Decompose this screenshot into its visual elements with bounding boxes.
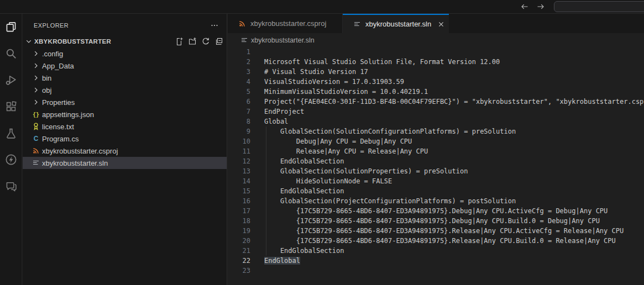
search-icon[interactable] — [0, 40, 22, 67]
nav-back-icon[interactable] — [520, 2, 530, 12]
tree-item-xbykrobuststarter.sln[interactable]: xbykrobuststarter.sln — [23, 157, 227, 169]
code-line-1: 1 — [228, 47, 644, 57]
code-line-15: 15 EndGlobalSection — [228, 186, 644, 196]
run-and-debug-icon[interactable] — [0, 67, 22, 93]
code-line-22: 22EndGlobal — [228, 256, 644, 266]
nav-forward-icon[interactable] — [536, 2, 546, 12]
power-icon[interactable] — [0, 146, 22, 173]
explorer-icon[interactable] — [0, 14, 22, 40]
tree-item-Program.cs[interactable]: CProgram.cs — [23, 133, 227, 145]
line-number: 23 — [228, 266, 250, 276]
code-line-17: 17 {17C5B729-8665-4BD6-8407-ED3A94891975… — [228, 206, 644, 216]
code-line-5: 5MinimumVisualStudioVersion = 10.0.40219… — [228, 87, 644, 97]
editor-group: xbykrobuststarter.csprojxbykrobuststarte… — [228, 14, 644, 285]
sidebar-header: EXPLORER — [23, 14, 227, 35]
sln-file-icon — [353, 20, 362, 29]
tree-item-appsettings.json[interactable]: {}appsettings.json — [23, 108, 227, 120]
code-line-21: 21 EndGlobalSection — [228, 246, 644, 256]
code-line-9: 9 GlobalSection(SolutionConfigurationPla… — [228, 126, 644, 136]
line-number: 18 — [228, 216, 250, 226]
code-line-14: 14 HideSolutionNode = FALSE — [228, 176, 644, 186]
vscode-window: EXPLORER XBYKROBUSTSTARTER.configApp_Dat… — [0, 0, 644, 285]
testing-icon[interactable] — [0, 120, 22, 146]
chevron-right-icon — [32, 61, 40, 70]
explorer-actions — [175, 37, 223, 46]
tab-xbykrobuststarter.csproj[interactable]: xbykrobuststarter.csproj — [228, 14, 343, 33]
more-actions-icon[interactable] — [210, 21, 219, 30]
code-line-7: 7EndProject — [228, 107, 644, 117]
line-number: 1 — [228, 47, 250, 57]
code-line-20: 20 {17C5B729-8665-4BD6-8407-ED3A94891975… — [228, 236, 644, 246]
close-tab-icon[interactable] — [437, 20, 446, 29]
line-number: 8 — [228, 117, 250, 126]
line-number: 2 — [228, 57, 250, 67]
tree-item-Properties[interactable]: Properties — [23, 96, 227, 108]
new-file-icon[interactable] — [175, 37, 184, 46]
line-number: 21 — [228, 246, 250, 256]
extensions-icon[interactable] — [0, 93, 22, 120]
code-line-19: 19 {17C5B729-8665-4BD6-8407-ED3A94891975… — [228, 226, 644, 236]
line-number: 4 — [228, 77, 250, 87]
line-number: 20 — [228, 236, 250, 246]
code-line-18: 18 {17C5B729-8665-4BD6-8407-ED3A94891975… — [228, 216, 644, 226]
tree-item-license.txt[interactable]: license.txt — [23, 120, 227, 133]
line-number: 22 — [228, 256, 250, 266]
code-line-6: 6Project("{FAE04EC0-301F-11D3-BF4B-00C04… — [228, 97, 644, 107]
line-number: 7 — [228, 107, 250, 117]
csproj-file-icon — [238, 19, 247, 28]
explorer-sidebar: EXPLORER XBYKROBUSTSTARTER.configApp_Dat… — [23, 14, 227, 285]
title-bar — [0, 0, 644, 14]
code-line-13: 13 GlobalSection(SolutionProperties) = p… — [228, 166, 644, 176]
line-number: 14 — [228, 176, 250, 186]
line-number: 15 — [228, 186, 250, 196]
code-line-11: 11 Release|Any CPU = Release|Any CPU — [228, 146, 644, 156]
breadcrumb-label: xbykrobuststarter.sln — [251, 36, 315, 44]
code-line-4: 4VisualStudioVersion = 17.0.31903.59 — [228, 77, 644, 87]
code-line-23: 23 — [228, 266, 644, 276]
chevron-down-icon — [24, 37, 33, 46]
chevron-right-icon — [32, 49, 40, 58]
chevron-right-icon — [32, 98, 40, 107]
code-line-8: 8Global — [228, 117, 644, 126]
root-label: XBYKROBUSTSTARTER — [34, 38, 111, 45]
collapse-all-icon[interactable] — [214, 37, 223, 46]
line-number: 3 — [228, 67, 250, 77]
tab-xbykrobuststarter.sln[interactable]: xbykrobuststarter.sln — [343, 14, 449, 33]
indent-guide — [266, 126, 266, 256]
line-number: 12 — [228, 156, 250, 166]
line-number: 10 — [228, 136, 250, 146]
sidebar-title: EXPLORER — [34, 22, 69, 29]
line-number: 17 — [228, 206, 250, 216]
line-number: 5 — [228, 87, 250, 97]
chevron-right-icon — [32, 86, 40, 94]
tree-item-.config[interactable]: .config — [23, 48, 227, 60]
chat-icon[interactable] — [0, 173, 22, 199]
csproj-file-icon — [32, 146, 40, 155]
csharp-file-icon: C — [32, 134, 40, 143]
line-number: 16 — [228, 196, 250, 206]
tree-item-xbykrobuststarter.csproj[interactable]: xbykrobuststarter.csproj — [23, 145, 227, 157]
code-editor[interactable]: 12Microsoft Visual Studio Solution File,… — [228, 47, 644, 276]
chevron-right-icon — [32, 73, 40, 82]
tree-item-bin[interactable]: bin — [23, 72, 227, 84]
code-line-10: 10 Debug|Any CPU = Debug|Any CPU — [228, 136, 644, 146]
line-number: 9 — [228, 126, 250, 136]
code-line-2: 2Microsoft Visual Studio Solution File, … — [228, 57, 644, 67]
new-folder-icon[interactable] — [188, 37, 197, 46]
line-number: 11 — [228, 146, 250, 156]
breadcrumb[interactable]: xbykrobuststarter.sln — [228, 33, 644, 47]
tree-item-App_Data[interactable]: App_Data — [23, 60, 227, 72]
code-line-3: 3# Visual Studio Version 17 — [228, 67, 644, 77]
refresh-icon[interactable] — [201, 37, 210, 46]
line-number: 6 — [228, 97, 250, 107]
file-tree: XBYKROBUSTSTARTER.configApp_DatabinobjPr… — [23, 35, 227, 169]
line-number: 19 — [228, 226, 250, 236]
command-center-search[interactable] — [554, 1, 644, 12]
activity-bar — [0, 14, 22, 285]
tree-item-obj[interactable]: obj — [23, 84, 227, 96]
tab-bar: xbykrobuststarter.csprojxbykrobuststarte… — [228, 14, 644, 33]
json-file-icon: {} — [32, 110, 40, 119]
line-number: 13 — [228, 166, 250, 176]
code-line-12: 12 EndGlobalSection — [228, 156, 644, 166]
code-line-16: 16 GlobalSection(ProjectConfigurationPla… — [228, 196, 644, 206]
